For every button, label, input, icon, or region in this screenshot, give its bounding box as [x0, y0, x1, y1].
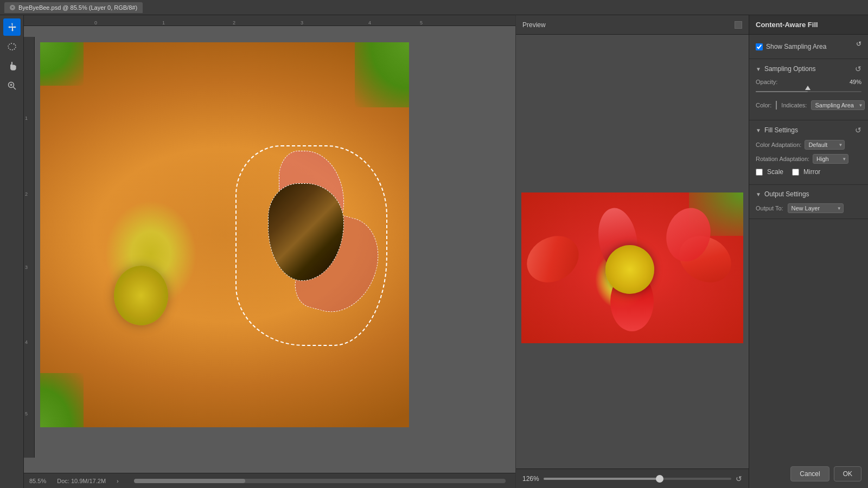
zoom-level: 85.5%	[29, 478, 46, 484]
preview-panel: Preview 126% ↺	[515, 15, 749, 488]
color-adaptation-row: Color Adaptation: None Default High Very…	[756, 140, 861, 150]
output-settings-header[interactable]: ▼ Output Settings	[756, 190, 861, 198]
scale-checkbox[interactable]	[756, 169, 763, 176]
ruler-vmark-4: 4	[25, 339, 28, 345]
doc-info: Doc: 10.9M/17.2M	[57, 478, 106, 484]
sampling-area-reset-icon[interactable]: ↺	[856, 40, 861, 48]
ok-button[interactable]: OK	[834, 466, 861, 481]
bottom-buttons: Cancel OK	[749, 460, 868, 488]
output-settings-label: Output Settings	[764, 190, 809, 198]
panel-title: Content-Aware Fill	[756, 21, 818, 29]
preview-zoom-bar: 126% ↺	[516, 468, 749, 488]
zoom-thumb[interactable]	[656, 475, 663, 483]
show-sampling-area-checkbox[interactable]	[756, 43, 763, 50]
fill-settings-reset[interactable]: ↺	[855, 126, 861, 134]
canvas-area: 0 1 2 3 4 5 1 2 3 4 5	[24, 15, 515, 488]
preview-image	[521, 192, 743, 343]
opacity-slider-track	[756, 91, 861, 92]
opacity-slider-thumb[interactable]	[805, 86, 810, 90]
bee-selection	[246, 151, 387, 335]
color-swatch[interactable]	[776, 101, 777, 110]
tab-title: ByeByeBee.psd @ 85.5% (Layer 0, RGB/8#)	[18, 4, 137, 11]
ruler-top: 0 1 2 3 4 5	[24, 15, 515, 26]
sampling-options-section: ▼ Sampling Options ↺ Opacity: 49% Color:…	[749, 59, 868, 120]
lasso-tool-button[interactable]	[3, 38, 21, 55]
fill-settings-chevron: ▼	[756, 127, 761, 133]
cancel-button[interactable]: Cancel	[790, 466, 829, 481]
ruler-mark-4: 4	[368, 20, 371, 25]
color-adaptation-dropdown-wrapper: None Default High Very High	[805, 140, 845, 150]
document-tab[interactable]: × ByeByeBee.psd @ 85.5% (Layer 0, RGB/8#…	[4, 2, 143, 13]
move-tool-button[interactable]	[3, 18, 21, 36]
scale-checkbox-row: Scale	[756, 168, 783, 176]
preview-label: Preview	[522, 21, 546, 29]
opacity-value: 49%	[850, 79, 861, 85]
zoom-reset-icon[interactable]: ↺	[736, 474, 742, 483]
color-row: Color: Indicates: Sampling Area Excluded…	[756, 100, 861, 110]
left-toolbar	[0, 15, 24, 488]
output-to-dropdown[interactable]: Current Layer New Layer Duplicate Layer	[788, 203, 844, 213]
svg-line-2	[13, 87, 16, 90]
green-corner-tr	[355, 42, 409, 107]
canvas-image-wrapper	[35, 37, 515, 458]
mirror-checkbox-row: Mirror	[792, 168, 820, 176]
sampling-options-label: Sampling Options	[764, 65, 816, 73]
title-bar: × ByeByeBee.psd @ 85.5% (Layer 0, RGB/8#…	[0, 0, 868, 15]
indicates-dropdown-wrapper: Sampling Area Excluded Area	[811, 100, 865, 110]
scale-label: Scale	[767, 168, 783, 176]
fill-settings-label: Fill Settings	[764, 126, 798, 134]
green-corner-tl	[40, 42, 84, 86]
ruler-vmark-1: 1	[25, 115, 28, 121]
color-adaptation-label: Color Adaptation:	[756, 142, 801, 148]
opacity-row: Opacity: 49%	[756, 79, 861, 85]
zoom-value: 126%	[522, 475, 539, 483]
main-layout: 0 1 2 3 4 5 1 2 3 4 5	[0, 15, 868, 488]
opacity-label: Opacity:	[756, 79, 850, 85]
green-corner-bl	[40, 373, 84, 427]
output-settings-section: ▼ Output Settings Output To: Current Lay…	[749, 185, 868, 219]
zoom-slider[interactable]	[544, 478, 731, 480]
ruler-mark-1: 1	[162, 20, 165, 25]
preview-header: Preview	[516, 15, 749, 35]
preview-content	[516, 35, 749, 468]
preview-minimize-button[interactable]	[735, 21, 742, 29]
opacity-slider-container[interactable]	[756, 87, 861, 96]
output-to-label: Output To:	[756, 205, 783, 211]
fill-settings-section: ▼ Fill Settings ↺ Color Adaptation: None…	[749, 120, 868, 185]
ruler-mark-2: 2	[233, 20, 235, 25]
sampling-options-header[interactable]: ▼ Sampling Options ↺	[756, 65, 861, 73]
output-to-row: Output To: Current Layer New Layer Dupli…	[756, 203, 861, 213]
doc-info-arrow[interactable]: ›	[117, 478, 119, 484]
ruler-mark-3: 3	[301, 20, 303, 25]
scale-mirror-row: Scale Mirror	[756, 168, 861, 179]
mirror-label: Mirror	[803, 168, 820, 176]
rotation-adaptation-label: Rotation Adaptation:	[756, 156, 809, 162]
sampling-area-section: Show Sampling Area ↺	[749, 35, 868, 59]
output-settings-chevron: ▼	[756, 191, 761, 197]
ruler-vmark-5: 5	[25, 411, 28, 416]
close-tab-button[interactable]: ×	[10, 5, 15, 10]
zoom-tool-button[interactable]	[3, 77, 21, 94]
canvas-content[interactable]: 1 2 3 4 5	[24, 26, 515, 473]
svg-line-0	[14, 44, 14, 45]
rotation-adaptation-dropdown-wrapper: None Low Medium High Full	[813, 154, 848, 164]
content-aware-fill-panel: Content-Aware Fill Show Sampling Area ↺ …	[749, 15, 868, 488]
ruler-mark-0: 0	[94, 20, 97, 25]
color-adaptation-dropdown[interactable]: None Default High Very High	[805, 140, 845, 150]
ruler-left: 1 2 3 4 5	[24, 37, 35, 458]
rotation-adaptation-dropdown[interactable]: None Low Medium High Full	[813, 154, 848, 164]
indicates-dropdown[interactable]: Sampling Area Excluded Area	[811, 100, 865, 110]
sampling-options-reset[interactable]: ↺	[855, 65, 861, 73]
fill-settings-header[interactable]: ▼ Fill Settings ↺	[756, 126, 861, 134]
mirror-checkbox[interactable]	[792, 169, 799, 176]
opacity-slider-fill	[756, 91, 808, 92]
ruler-vmark-3: 3	[25, 265, 28, 270]
hand-tool-button[interactable]	[3, 57, 21, 75]
panel-header: Content-Aware Fill	[749, 15, 868, 35]
ruler-vmark-2: 2	[25, 191, 28, 197]
sampling-area-label: Show Sampling Area	[766, 43, 826, 50]
zoom-track-fill	[544, 478, 660, 480]
status-bar: 85.5% Doc: 10.9M/17.2M ›	[24, 473, 515, 488]
flower-center	[114, 266, 168, 325]
sampling-options-chevron: ▼	[756, 66, 761, 72]
